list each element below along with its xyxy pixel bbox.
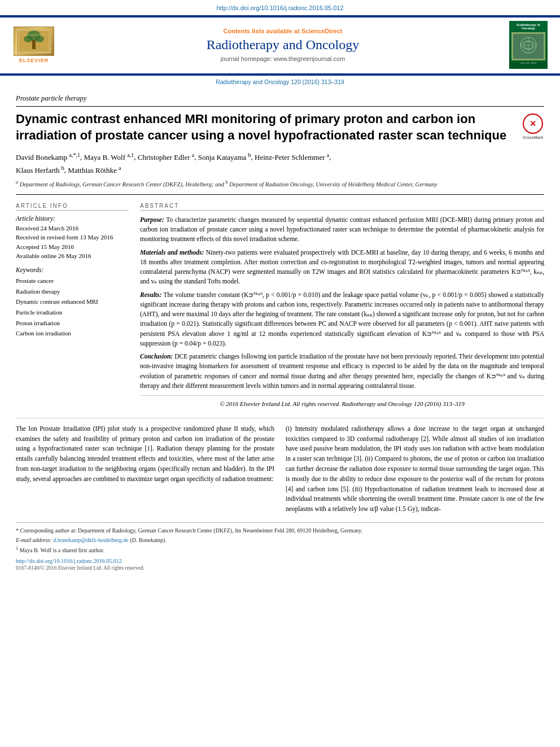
- svg-rect-6: [25, 34, 42, 36]
- results-text: The volume transfer constant (Kᴝʳᵃⁿˢ, p …: [140, 291, 544, 347]
- footnotes-section: * Corresponding author at: Department of…: [16, 522, 544, 554]
- doi-bar: http://dx.doi.org/10.1016/j.radonc.2016.…: [0, 0, 560, 15]
- history-accepted: Accepted 15 May 2016: [16, 242, 129, 252]
- history-available: Available online 26 May 2016: [16, 251, 129, 261]
- author-5: Heinz-Peter Schlemmer a: [255, 153, 329, 161]
- keyword-3: Dynamic contrast enhanced MRI: [16, 296, 129, 307]
- keywords-label: Keywords:: [16, 267, 129, 273]
- history-revised: Received in revised form 13 May 2016: [16, 233, 129, 242]
- abstract-text: Purpose: To characterize parametric chan…: [140, 215, 544, 409]
- doi-link[interactable]: http://dx.doi.org/10.1016/j.radonc.2016.…: [216, 5, 343, 11]
- top-journal-citation: Radiotherapy and Oncology 120 (2016) 313…: [0, 76, 560, 86]
- authors-line: David Bonekamp a,*,1, Maya B. Wolf a,1, …: [16, 150, 544, 176]
- article-title: Dynamic contrast enhanced MRI monitoring…: [16, 111, 522, 143]
- article-history: Article history: Received 24 March 2016 …: [16, 215, 129, 261]
- conclusion-label: Conclusion:: [140, 353, 173, 360]
- keyword-5: Proton irradiation: [16, 318, 129, 329]
- svg-rect-1: [19, 30, 49, 52]
- info-abstract-section: Article Info Article history: Received 2…: [16, 203, 544, 409]
- keyword-2: Radiation therapy: [16, 286, 129, 297]
- history-label: Article history:: [16, 215, 129, 222]
- body-text: The Ion Prostate Irradiation (IPI) pilot…: [16, 424, 544, 514]
- article-info-col: Article Info Article history: Received 2…: [16, 203, 129, 409]
- svg-rect-0: [17, 29, 51, 54]
- affiliations: a Department of Radiology, German Cancer…: [16, 180, 544, 195]
- author-3: Christopher Edler a: [138, 153, 195, 161]
- author-1: David Bonekamp a,*,1: [16, 153, 80, 161]
- author-2: Maya B. Wolf a,1: [84, 153, 134, 161]
- crossmark[interactable]: CrossMark: [522, 113, 544, 140]
- article-info-label: Article Info: [16, 203, 129, 211]
- article-type: Prostate particle therapy: [16, 94, 544, 107]
- history-received: Received 24 March 2016: [16, 224, 129, 233]
- crossmark-label: CrossMark: [523, 135, 543, 140]
- body-text-left: The Ion Prostate Irradiation (IPI) pilot…: [16, 424, 274, 484]
- svg-rect-5: [32, 40, 36, 49]
- purpose-label: Purpose:: [140, 216, 164, 223]
- keyword-6: Carbon ion irradiation: [16, 328, 129, 339]
- footnote-email: E-mail address: d.bonekamp@dkfz-heidelbe…: [16, 536, 544, 544]
- methods-label: Materials and methods:: [140, 249, 204, 256]
- conclusion-text: DCE parametric changes following ion par…: [140, 353, 544, 389]
- keyword-4: Particle irradiation: [16, 307, 129, 318]
- svg-point-2: [27, 30, 41, 41]
- body-text-right: (i) Intensity modulated radiotherapy all…: [286, 424, 544, 514]
- article-title-row: Dynamic contrast enhanced MRI monitoring…: [16, 111, 544, 143]
- elsevier-wordmark: ELSEVIER: [19, 58, 49, 63]
- journal-homepage: journal homepage: www.thegreenjournal.co…: [62, 55, 504, 62]
- doi-bottom-link[interactable]: http://dx.doi.org/10.1016/j.radonc.2016.…: [16, 558, 122, 564]
- abstract-purpose: Purpose: To characterize parametric chan…: [140, 215, 544, 244]
- author-6: Klaus Herfarth b: [16, 166, 64, 174]
- elsevier-logo-box: [14, 27, 54, 56]
- abstract-results: Results: The volume transfer constant (K…: [140, 290, 544, 349]
- svg-point-3: [24, 36, 33, 42]
- email-link[interactable]: d.bonekamp@dkfz-heidelberg.de: [53, 537, 128, 543]
- abstract-copyright: © 2016 Elsevier Ireland Ltd. All rights …: [140, 395, 544, 409]
- abstract-conclusion: Conclusion: DCE parametric changes follo…: [140, 352, 544, 391]
- journal-title: Radiotherapy and Oncology: [62, 37, 504, 53]
- results-label: Results:: [140, 291, 161, 298]
- purpose-text: To characterize parametric changes measu…: [140, 216, 544, 243]
- article-content: Prostate particle therapy Dynamic contra…: [0, 94, 560, 582]
- body-col-left: The Ion Prostate Irradiation (IPI) pilot…: [16, 424, 274, 514]
- body-col-right: (i) Intensity modulated radiotherapy all…: [286, 424, 544, 514]
- elsevier-logo: ELSEVIER: [11, 27, 56, 63]
- sciencedirect-line: Contents lists available at ScienceDirec…: [62, 28, 504, 34]
- abstract-methods: Materials and methods: Ninety-two patien…: [140, 248, 544, 287]
- footnote-shared: 1 Maya B. Wolf is a shared first author.: [16, 545, 544, 554]
- abstract-label: Abstract: [140, 203, 544, 211]
- keyword-1: Prostate cancer: [16, 276, 129, 286]
- abstract-col: Abstract Purpose: To characterize parame…: [140, 203, 544, 409]
- doi-bottom: http://dx.doi.org/10.1016/j.radonc.2016.…: [16, 558, 544, 564]
- crossmark-logo: [523, 113, 543, 134]
- body-divider: [16, 418, 544, 418]
- author-7: Matthias Röthke a: [68, 166, 121, 174]
- issn-line: 0167-8140/© 2016 Elsevier Ireland Ltd. A…: [16, 565, 544, 571]
- journal-center: Contents lists available at ScienceDirec…: [56, 28, 509, 62]
- journal-cover: Radiotherapy & Oncology Vol 120 | 2016: [509, 21, 549, 69]
- author-4: Sonja Katayama b: [198, 153, 251, 161]
- journal-header: ELSEVIER Contents lists available at Sci…: [0, 15, 560, 75]
- keywords-section: Keywords: Prostate cancer Radiation ther…: [16, 267, 129, 339]
- footnote-corresponding: * Corresponding author at: Department of…: [16, 526, 544, 535]
- svg-point-4: [35, 36, 44, 42]
